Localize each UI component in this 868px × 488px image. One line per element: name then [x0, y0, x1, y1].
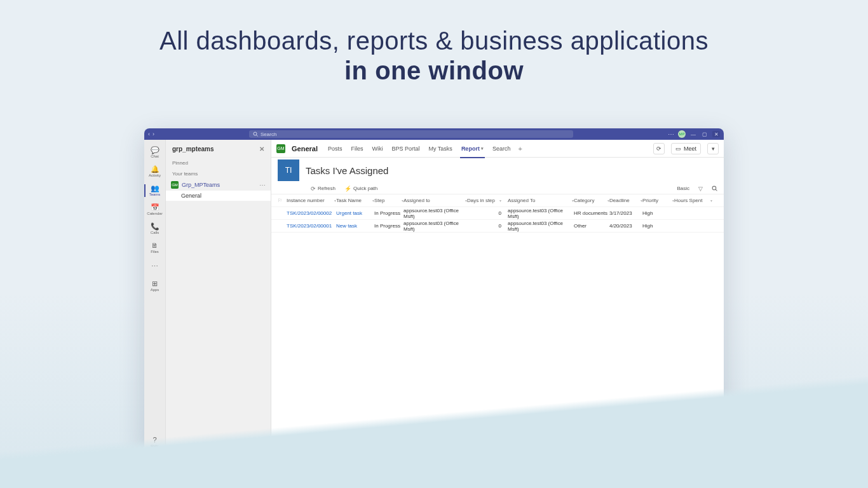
col-taskname[interactable]: Task Name▾ — [336, 198, 374, 203]
rail-calls[interactable]: 📞Calls — [144, 220, 166, 238]
help-icon: ? — [153, 437, 156, 444]
tab-wiki[interactable]: Wiki — [371, 140, 384, 158]
rail-calendar[interactable]: 📅Calendar — [144, 201, 166, 219]
tab-refresh-icon[interactable]: ⟳ — [653, 143, 665, 154]
user-avatar[interactable]: MP — [678, 130, 686, 138]
channel-badge: GM — [276, 144, 285, 153]
hero-line1: All dashboards, reports & business appli… — [159, 27, 709, 55]
svg-point-0 — [254, 132, 257, 135]
tab-posts[interactable]: Posts — [327, 140, 344, 158]
filter-icon[interactable]: ▽ — [698, 186, 703, 192]
channel-tabbar: GM General Posts Files Wiki BPS Portal M… — [271, 140, 724, 158]
col-assigned-to[interactable]: Assigned to▾ — [403, 198, 467, 203]
calendar-icon: 📅 — [151, 204, 159, 211]
sort-icon: ▾ — [399, 198, 403, 203]
report-toolbar: ⟳Refresh ⚡Quick path Basic ▽ — [271, 183, 724, 194]
global-search-input[interactable]: Search — [249, 130, 573, 138]
instance-link[interactable]: TSK/2023/02/00002 — [287, 210, 336, 216]
sort-icon: ▾ — [569, 198, 574, 203]
your-teams-label: Your teams — [166, 168, 271, 179]
sort-icon: ▾ — [463, 198, 467, 203]
flag-icon[interactable]: ⚐ — [278, 198, 282, 203]
search-icon — [253, 132, 258, 137]
chat-icon: 💬 — [151, 147, 159, 154]
col-priority[interactable]: Priority▾ — [642, 198, 674, 203]
instance-link[interactable]: TSK/2023/02/00001 — [287, 223, 336, 229]
sort-icon: ▾ — [638, 198, 642, 203]
tab-files[interactable]: Files — [349, 140, 364, 158]
tab-search[interactable]: Search — [491, 140, 512, 158]
refresh-icon: ⟳ — [311, 186, 316, 192]
lightning-icon: ⚡ — [344, 186, 351, 192]
rail-teams[interactable]: 👥Teams — [144, 182, 166, 200]
window-titlebar: ‹ › Search ⋯ MP — ▢ ✕ — [144, 128, 724, 140]
col-hours[interactable]: Hours Spent▾ — [674, 198, 712, 203]
table-row[interactable]: TSK/2023/02/00002 Urgent task In Progres… — [271, 207, 724, 220]
main-content: GM General Posts Files Wiki BPS Portal M… — [271, 140, 724, 451]
svg-line-3 — [715, 189, 717, 191]
grid-header-row: ⚐ Instance number▾ Task Name▾ Step▾ Assi… — [271, 194, 724, 207]
sort-icon: ▾ — [708, 198, 712, 203]
rail-chat[interactable]: 💬Chat — [144, 144, 166, 161]
teams-icon: 👥 — [151, 185, 159, 192]
teams-window: ‹ › Search ⋯ MP — ▢ ✕ 💬Chat 🔔Activity 👥T… — [144, 128, 724, 451]
more-icon: ⋯ — [151, 263, 158, 270]
nav-back-icon[interactable]: ‹ — [148, 131, 150, 137]
team-badge: GM — [171, 181, 179, 189]
col-instance[interactable]: Instance number▾ — [287, 198, 336, 203]
refresh-button[interactable]: ⟳Refresh — [311, 186, 336, 192]
window-minimize-icon[interactable]: — — [689, 131, 697, 137]
pinned-label: Pinned — [166, 158, 271, 168]
chevron-down-icon: ▾ — [481, 146, 484, 151]
sort-icon: ▾ — [332, 198, 336, 203]
tab-report[interactable]: Report▾ — [460, 140, 485, 158]
app-rail: 💬Chat 🔔Activity 👥Teams 📅Calendar 📞Calls … — [144, 140, 166, 451]
team-more-icon[interactable]: ⋯ — [259, 182, 266, 189]
task-link[interactable]: Urgent task — [336, 210, 374, 216]
report-badge: TI — [278, 159, 299, 181]
window-maximize-icon[interactable]: ▢ — [701, 131, 709, 137]
hero-line2: in one window — [0, 57, 868, 85]
team-row[interactable]: GM Grp_MPTeams ⋯ — [166, 179, 271, 191]
col-step[interactable]: Step▾ — [374, 198, 403, 203]
quickpath-button[interactable]: ⚡Quick path — [344, 186, 377, 192]
phone-icon: 📞 — [151, 223, 159, 230]
rail-files[interactable]: 🗎Files — [144, 239, 166, 257]
sort-icon: ▾ — [497, 198, 501, 203]
tab-my-tasks[interactable]: My Tasks — [428, 140, 454, 158]
report-title: Tasks I've Assigned — [306, 165, 388, 176]
task-link[interactable]: New task — [336, 223, 374, 229]
tab-bps-portal[interactable]: BPS Portal — [391, 140, 421, 158]
panel-close-icon[interactable]: ✕ — [259, 146, 264, 152]
channel-general[interactable]: General — [166, 191, 271, 201]
search-placeholder: Search — [261, 132, 276, 137]
video-icon: ▭ — [675, 146, 681, 152]
meet-dropdown-icon[interactable]: ▾ — [707, 143, 719, 154]
add-tab-icon[interactable]: + — [518, 145, 522, 152]
col-deadline[interactable]: Deadline▾ — [609, 198, 642, 203]
sort-icon: ▾ — [370, 198, 374, 203]
sort-icon: ▾ — [605, 198, 609, 203]
window-close-icon[interactable]: ✕ — [712, 131, 720, 137]
channel-name: General — [292, 145, 318, 152]
table-row[interactable]: TSK/2023/02/00001 New task In Progress a… — [271, 220, 724, 233]
sort-icon: ▾ — [670, 198, 674, 203]
view-basic-label[interactable]: Basic — [677, 186, 689, 191]
tasks-grid: ⚐ Instance number▾ Task Name▾ Step▾ Assi… — [271, 194, 724, 233]
col-days[interactable]: Days in step▾ — [467, 198, 508, 203]
titlebar-more-icon[interactable]: ⋯ — [668, 131, 674, 138]
bell-icon: 🔔 — [151, 166, 159, 173]
file-icon: 🗎 — [151, 242, 158, 249]
hero-heading: All dashboards, reports & business appli… — [0, 0, 868, 85]
rail-help[interactable]: ?Help — [144, 433, 166, 451]
rail-activity[interactable]: 🔔Activity — [144, 163, 166, 180]
col-category[interactable]: Category▾ — [574, 198, 609, 203]
search-icon[interactable] — [712, 186, 717, 191]
panel-title: grp_mpteams — [172, 146, 214, 152]
apps-icon: ⊞ — [152, 280, 158, 287]
col-assigned-to2[interactable]: Assigned To▾ — [508, 198, 574, 203]
meet-button[interactable]: ▭Meet — [671, 143, 701, 154]
svg-line-1 — [257, 135, 258, 137]
rail-more[interactable]: ⋯ — [144, 258, 166, 276]
rail-apps[interactable]: ⊞Apps — [144, 277, 166, 295]
